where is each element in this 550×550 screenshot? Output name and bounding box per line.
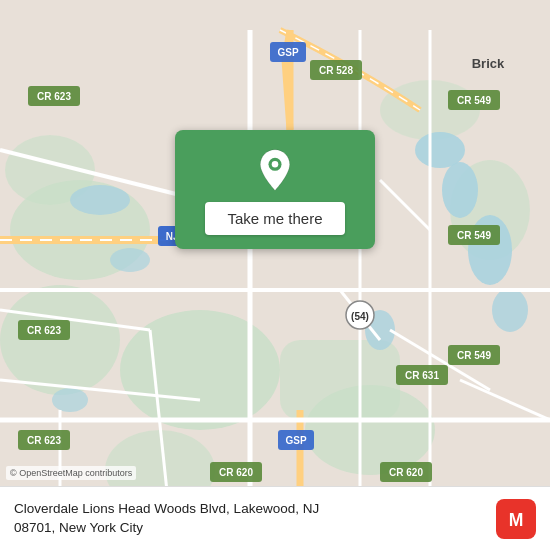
svg-text:CR 549: CR 549 xyxy=(457,350,491,361)
address-text: Cloverdale Lions Head Woods Blvd, Lakewo… xyxy=(14,500,484,538)
svg-text:CR 549: CR 549 xyxy=(457,230,491,241)
svg-point-66 xyxy=(272,161,279,168)
svg-text:(54): (54) xyxy=(351,311,369,322)
svg-text:CR 620: CR 620 xyxy=(389,467,423,478)
svg-text:CR 631: CR 631 xyxy=(405,370,439,381)
svg-text:GSP: GSP xyxy=(277,47,298,58)
svg-text:CR 528: CR 528 xyxy=(319,65,353,76)
svg-point-15 xyxy=(110,248,150,272)
take-me-there-button[interactable]: Take me there xyxy=(205,202,344,235)
svg-rect-8 xyxy=(280,340,400,420)
moovit-icon: M xyxy=(496,499,536,539)
location-pin-icon xyxy=(253,148,297,192)
button-overlay: Take me there xyxy=(155,130,395,249)
svg-point-17 xyxy=(52,388,88,412)
location-card: Take me there xyxy=(175,130,375,249)
osm-attribution: © OpenStreetMap contributors xyxy=(6,466,136,480)
svg-text:GSP: GSP xyxy=(285,435,306,446)
bottom-bar: Cloverdale Lions Head Woods Blvd, Lakewo… xyxy=(0,486,550,550)
svg-point-11 xyxy=(442,162,478,218)
svg-point-14 xyxy=(70,185,130,215)
moovit-logo: M xyxy=(496,499,536,539)
svg-text:CR 549: CR 549 xyxy=(457,95,491,106)
svg-point-13 xyxy=(492,288,528,332)
address-block: Cloverdale Lions Head Woods Blvd, Lakewo… xyxy=(14,500,484,538)
svg-text:Brick: Brick xyxy=(472,56,505,71)
svg-text:CR 623: CR 623 xyxy=(27,435,61,446)
map-container: CR 623 CR 623 CR 623 NJ 70 CR 528 GSP GS… xyxy=(0,0,550,550)
svg-text:M: M xyxy=(509,510,524,530)
svg-text:CR 623: CR 623 xyxy=(37,91,71,102)
svg-text:CR 623: CR 623 xyxy=(27,325,61,336)
svg-text:CR 620: CR 620 xyxy=(219,467,253,478)
